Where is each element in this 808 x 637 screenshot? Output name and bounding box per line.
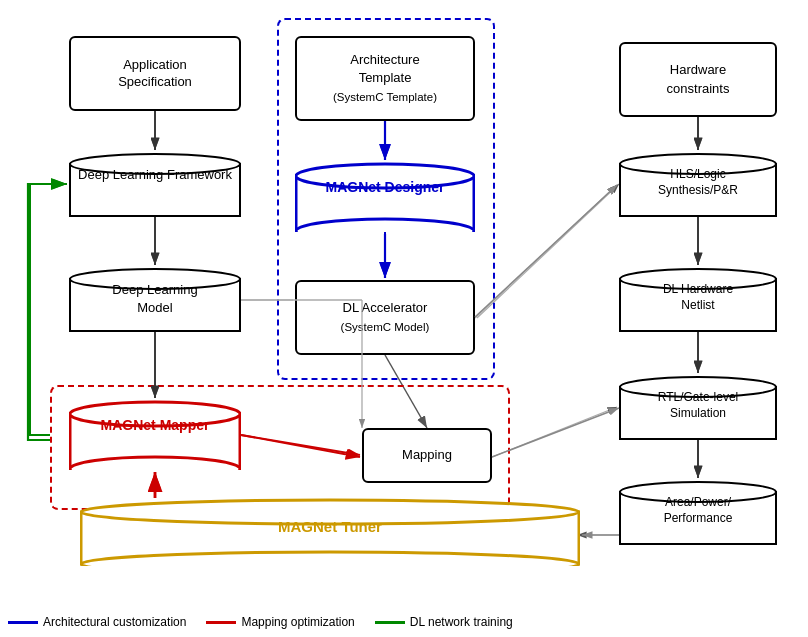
svg-line-17 bbox=[492, 407, 617, 457]
dl-model-label: Deep LearningModel bbox=[112, 282, 197, 315]
rtl-sim-box: RTL/Gate-levelSimulation bbox=[619, 375, 777, 440]
arch-template-box: ArchitectureTemplate(SystemC Template) bbox=[295, 36, 475, 121]
legend-blue-label: Architectural customization bbox=[43, 615, 186, 629]
dl-accelerator-box: DL Accelerator(SystemC Model) bbox=[295, 280, 475, 355]
svg-line-59 bbox=[492, 408, 619, 457]
green-line bbox=[375, 621, 405, 624]
arch-template-label: ArchitectureTemplate(SystemC Template) bbox=[333, 51, 437, 106]
magnet-tuner-cylinder: MAGNet Tuner bbox=[80, 498, 580, 566]
rtl-sim-label: RTL/Gate-levelSimulation bbox=[658, 390, 738, 420]
legend: Architectural customization Mapping opti… bbox=[8, 615, 513, 629]
legend-blue: Architectural customization bbox=[8, 615, 186, 629]
legend-red: Mapping optimization bbox=[206, 615, 354, 629]
legend-red-label: Mapping optimization bbox=[241, 615, 354, 629]
svg-line-16 bbox=[477, 184, 619, 318]
legend-green: DL network training bbox=[375, 615, 513, 629]
svg-point-41 bbox=[81, 552, 579, 566]
hw-constraints-label: Hardwareconstraints bbox=[667, 61, 730, 97]
diagram-container: Application Specification Deep Learning … bbox=[0, 0, 808, 600]
red-line bbox=[206, 621, 236, 624]
dl-netlist-box: DL HardwareNetlist bbox=[619, 267, 777, 332]
svg-line-56 bbox=[475, 185, 617, 317]
app-spec-box: Application Specification bbox=[69, 36, 241, 111]
dl-netlist-label: DL HardwareNetlist bbox=[663, 282, 733, 312]
dl-framework-label: Deep Learning Framework bbox=[78, 167, 232, 182]
area-power-box: Area/Power/Performance bbox=[619, 480, 777, 545]
area-power-label: Area/Power/Performance bbox=[664, 495, 733, 525]
hls-box: HLS/LogicSynthesis/P&R bbox=[619, 152, 777, 217]
svg-point-38 bbox=[70, 457, 240, 470]
legend-green-label: DL network training bbox=[410, 615, 513, 629]
magnet-mapper-label: MAGNet Mapper bbox=[101, 417, 210, 433]
mapping-box: Mapping bbox=[362, 428, 492, 483]
magnet-designer-cylinder: MAGNet Designer bbox=[295, 162, 475, 232]
hls-label: HLS/LogicSynthesis/P&R bbox=[658, 167, 738, 197]
dl-framework-box: Deep Learning Framework bbox=[69, 152, 241, 217]
svg-point-27 bbox=[296, 219, 474, 232]
dl-accelerator-label: DL Accelerator(SystemC Model) bbox=[341, 299, 430, 335]
dl-model-box: Deep LearningModel bbox=[69, 267, 241, 332]
hw-constraints-box: Hardwareconstraints bbox=[619, 42, 777, 117]
mapping-label: Mapping bbox=[402, 447, 452, 464]
magnet-tuner-label: MAGNet Tuner bbox=[278, 518, 382, 535]
blue-line bbox=[8, 621, 38, 624]
magnet-mapper-cylinder: MAGNet Mapper bbox=[69, 400, 241, 470]
magnet-designer-label: MAGNet Designer bbox=[325, 179, 444, 195]
svg-line-15 bbox=[475, 185, 617, 318]
